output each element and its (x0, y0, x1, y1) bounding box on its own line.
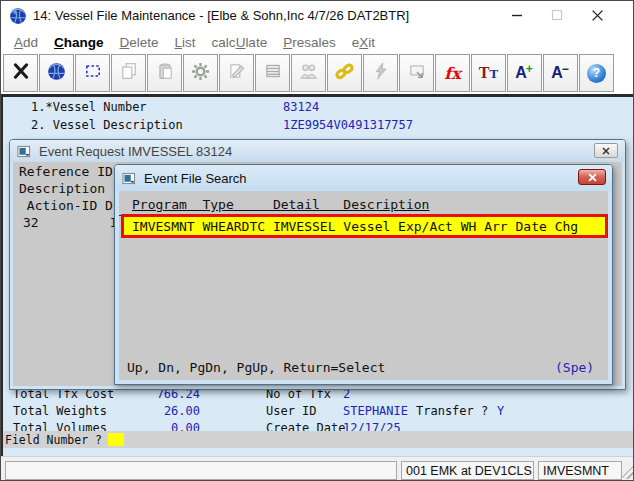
delete-x-button[interactable] (3, 54, 38, 92)
font-decrease-icon: A− (551, 64, 570, 82)
field-label: 1.*Vessel Number (31, 100, 147, 114)
app-window: 14: Vessel File Maintenance - [Elbe & So… (0, 0, 634, 481)
event-request-close-button[interactable] (594, 143, 618, 158)
event-request-titlebar[interactable]: Event Request IMVESSEL 83124 (10, 140, 625, 162)
vessel-number-value[interactable]: 83124 (283, 100, 319, 114)
lightning-button[interactable] (363, 54, 398, 92)
delete-x-icon (12, 62, 30, 84)
field-number-prompt[interactable]: Field Number ? (3, 431, 634, 448)
copy-icon (120, 62, 138, 84)
total-weights-value: 26.00 (133, 404, 200, 418)
gear-icon (191, 62, 210, 85)
footer-status-text: (Spe) (555, 360, 594, 375)
menu-change[interactable]: Change (46, 35, 112, 50)
fx-icon: fx (444, 64, 460, 83)
toolbar: fx TT A+ A− ? (1, 53, 633, 94)
event-file-search-close-button[interactable] (578, 169, 606, 185)
menu-list[interactable]: List (167, 35, 204, 50)
table-list-button[interactable] (255, 54, 290, 92)
window-titlebar[interactable]: 14: Vessel File Maintenance - [Elbe & So… (1, 1, 633, 31)
search-results-header: Program Type Detail Description (119, 194, 608, 216)
link-button[interactable] (327, 54, 362, 92)
globe-app-icon (9, 7, 27, 25)
users-button[interactable] (291, 54, 326, 92)
user-id-label: User ID (266, 404, 317, 418)
font-increase-icon: A+ (515, 64, 534, 82)
copy-button[interactable] (111, 54, 146, 92)
paste-button[interactable] (147, 54, 182, 92)
font-increase-button[interactable]: A+ (507, 54, 542, 92)
users-icon (299, 62, 318, 85)
input-cursor-block (108, 433, 124, 446)
action-id-header: Action-ID D (19, 198, 113, 213)
globe-icon (47, 62, 66, 85)
link-chain-icon (335, 62, 354, 85)
lightning-icon (372, 62, 390, 84)
vessel-description-value[interactable]: 1ZE9954V0491317757 (283, 118, 413, 132)
navigation-keys-hint: Up, Dn, PgDn, PgUp, Return=Select (127, 360, 385, 375)
close-button[interactable] (578, 1, 616, 29)
transfer-value: Y (497, 404, 504, 418)
help-icon: ? (587, 64, 606, 83)
tt-icon: TT (479, 64, 498, 82)
window-form-icon (122, 172, 136, 185)
menubar: Add Change Delete List calcUlate Presale… (1, 31, 633, 53)
text-format-button[interactable]: TT (471, 54, 506, 92)
event-file-search-body: Program Type Detail Description IMVESMNT… (119, 191, 608, 380)
selection-button[interactable] (75, 54, 110, 92)
menu-delete[interactable]: Delete (112, 35, 167, 50)
help-button[interactable]: ? (579, 54, 614, 92)
event-request-title: Event Request IMVESSEL 83124 (39, 144, 232, 159)
status-program-panel: IMVESMNT (538, 461, 622, 480)
globe-button[interactable] (39, 54, 74, 92)
maximize-button[interactable] (538, 1, 576, 29)
menu-calculate[interactable]: calcUlate (204, 35, 276, 50)
description-label: Description (19, 181, 105, 196)
event-file-search-title: Event File Search (144, 171, 247, 186)
edit-pencil-icon (228, 62, 246, 84)
minimize-button[interactable] (498, 1, 536, 29)
settings-button[interactable] (183, 54, 218, 92)
menu-presales[interactable]: Presales (275, 35, 344, 50)
field-number-label: Field Number ? (5, 433, 102, 447)
status-message-panel (5, 461, 397, 480)
window-export-button[interactable] (399, 54, 434, 92)
function-button[interactable]: fx (435, 54, 470, 92)
statusbar: 001 EMK at DEV1CLS IMVESMNT (1, 456, 634, 481)
search-footer: Up, Dn, PgDn, PgUp, Return=Select (Spe) (119, 360, 608, 378)
search-result-row-selected[interactable]: IMVESMNT WHEARDTC IMVESSEL Vessel Exp/Ac… (121, 214, 608, 238)
status-session-panel: 001 EMK at DEV1CLS (401, 461, 534, 480)
menu-add[interactable]: Add (6, 35, 46, 50)
window-title: 14: Vessel File Maintenance - [Elbe & So… (33, 8, 409, 23)
edit-record-button[interactable] (219, 54, 254, 92)
paste-icon (156, 62, 174, 84)
font-decrease-button[interactable]: A− (543, 54, 578, 92)
event-file-search-titlebar[interactable]: Event File Search (115, 165, 612, 191)
total-weights-label: Total Weights (13, 404, 107, 418)
selection-icon (84, 62, 102, 84)
window-export-icon (408, 62, 426, 84)
field-label: 2. Vessel Description (31, 118, 183, 132)
window-form-icon (17, 145, 31, 158)
reference-id-label: Reference ID (19, 164, 113, 179)
user-id-value: STEPHANIE (343, 404, 408, 418)
event-file-search-dialog: Event File Search Program Type Detail De… (114, 164, 613, 385)
transfer-label: Transfer ? (416, 404, 488, 418)
table-icon (264, 62, 282, 84)
menu-exit[interactable]: eXit (344, 35, 383, 50)
action-id-value[interactable]: 32 (23, 215, 39, 230)
